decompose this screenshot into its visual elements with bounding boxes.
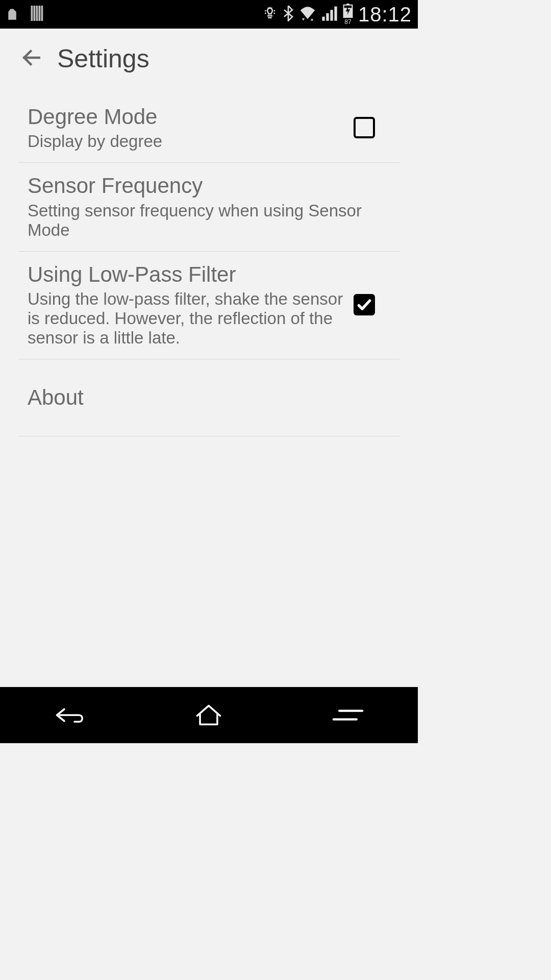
nav-recent-button[interactable] [279, 706, 417, 724]
svg-rect-8 [334, 7, 337, 21]
page-title: Settings [57, 44, 149, 74]
setting-description: Using the low-pass filter, shake the sen… [28, 289, 343, 348]
setting-text: Degree Mode Display by degree [28, 104, 354, 151]
svg-rect-2 [36, 6, 38, 21]
setting-description: Setting sensor frequency when using Sens… [28, 201, 380, 240]
status-left-icons [6, 4, 45, 24]
svg-rect-5 [322, 17, 324, 21]
navigation-bar [0, 687, 418, 743]
degree-mode-checkbox[interactable] [354, 117, 375, 138]
setting-title: Degree Mode [28, 104, 343, 130]
cellular-signal-icon [321, 6, 338, 23]
vibrate-icon [262, 6, 278, 23]
svg-rect-1 [34, 6, 36, 21]
status-time: 18:12 [358, 3, 412, 26]
wifi-icon [299, 6, 316, 23]
low-pass-filter-checkbox[interactable] [354, 294, 375, 315]
back-button[interactable] [20, 46, 43, 71]
settings-list: Degree Mode Display by degree Sensor Fre… [0, 94, 418, 436]
svg-rect-0 [31, 6, 33, 21]
setting-about[interactable]: About [18, 359, 399, 436]
app-notification-icon-1 [6, 5, 23, 24]
app-header: Settings [0, 29, 418, 94]
svg-rect-7 [330, 10, 333, 20]
setting-low-pass-filter[interactable]: Using Low-Pass Filter Using the low-pass… [18, 252, 399, 359]
nav-back-button[interactable] [1, 704, 138, 726]
setting-description: Display by degree [28, 132, 343, 151]
svg-rect-3 [39, 6, 41, 21]
setting-sensor-frequency[interactable]: Sensor Frequency Setting sensor frequenc… [18, 163, 399, 251]
setting-title: Using Low-Pass Filter [28, 262, 343, 287]
setting-text: About [28, 385, 390, 410]
status-right-icons: 87 18:12 [262, 3, 412, 26]
setting-degree-mode[interactable]: Degree Mode Display by degree [18, 94, 399, 163]
battery-icon: 87 [343, 4, 353, 26]
setting-title: About [28, 385, 380, 410]
svg-rect-4 [41, 6, 43, 21]
setting-text: Sensor Frequency Setting sensor frequenc… [28, 173, 390, 239]
svg-rect-6 [326, 13, 329, 21]
setting-title: Sensor Frequency [28, 173, 380, 199]
app-notification-icon-2 [30, 4, 45, 24]
status-bar: 87 18:12 [0, 0, 418, 29]
nav-home-button[interactable] [140, 703, 278, 727]
bluetooth-icon [283, 5, 294, 23]
battery-percentage: 87 [344, 18, 351, 26]
setting-text: Using Low-Pass Filter Using the low-pass… [28, 262, 354, 348]
